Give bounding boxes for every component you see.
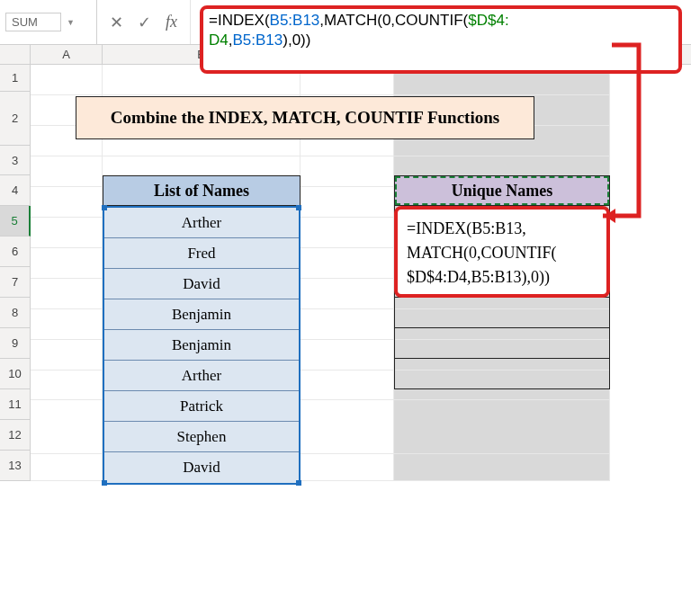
cell[interactable] — [394, 454, 610, 481]
row-header-8[interactable]: 8 — [0, 298, 30, 328]
name-box-dropdown-icon[interactable]: ▼ — [61, 18, 80, 27]
fx-icon[interactable]: fx — [166, 13, 177, 31]
names-header: List of Names — [103, 175, 301, 206]
cell[interactable] — [301, 454, 394, 481]
row-header-7[interactable]: 7 — [0, 267, 30, 298]
cell[interactable] — [31, 279, 103, 309]
unique-header-label: Unique Names — [452, 182, 553, 200]
row-header-6[interactable]: 6 — [0, 237, 30, 267]
cell[interactable] — [301, 400, 394, 454]
row-header-3[interactable]: 3 — [0, 146, 30, 175]
formula-bar-text[interactable]: =INDEX(B5:B13,MATCH(0,COUNTIF($D$4:D4,B5… — [200, 5, 682, 74]
page-title: Combine the INDEX, MATCH, COUNTIF Functi… — [76, 96, 534, 139]
row-header-4[interactable]: 4 — [0, 175, 30, 206]
list-item[interactable]: David — [104, 269, 299, 299]
row-header-11[interactable]: 11 — [0, 389, 30, 420]
row-header-1[interactable]: 1 — [0, 65, 30, 92]
row-header-5[interactable]: 5 — [0, 206, 31, 237]
cell[interactable] — [31, 309, 103, 340]
cell[interactable] — [31, 400, 103, 454]
row-header-9[interactable]: 9 — [0, 328, 30, 359]
select-all-corner[interactable] — [0, 45, 31, 64]
cell[interactable] — [31, 65, 103, 95]
enter-icon[interactable]: ✓ — [138, 13, 151, 32]
list-item[interactable]: Stephen — [104, 422, 299, 452]
range-handle-icon — [102, 205, 107, 210]
cell[interactable] — [301, 187, 394, 218]
cell[interactable] — [31, 218, 103, 248]
cell[interactable] — [301, 370, 394, 400]
list-item[interactable]: Fred — [104, 238, 299, 269]
row-header-10[interactable]: 10 — [0, 359, 30, 389]
range-handle-icon — [296, 480, 301, 486]
cell[interactable] — [301, 279, 394, 309]
row-headers: 12345678910111213 — [0, 65, 31, 481]
cell[interactable] — [301, 156, 394, 187]
list-item[interactable]: Benjamin — [104, 330, 299, 361]
active-cell-formula[interactable]: =INDEX(B5:B13,MATCH(0,COUNTIF($D$4:D4,B5… — [394, 206, 610, 298]
cell[interactable] — [31, 454, 103, 481]
formula-bar-buttons: ✕ ✓ fx — [97, 0, 191, 44]
unique-cell[interactable] — [395, 298, 609, 328]
name-box[interactable]: SUM — [5, 13, 61, 31]
cell[interactable] — [31, 187, 103, 218]
cell[interactable] — [301, 248, 394, 279]
row-header-2[interactable]: 2 — [0, 92, 30, 146]
names-body: ArtherFredDavidBenjaminBenjaminArtherPat… — [103, 206, 301, 485]
range-handle-icon — [102, 480, 107, 486]
cell[interactable] — [31, 370, 103, 400]
cell[interactable] — [301, 340, 394, 370]
cell[interactable] — [394, 400, 610, 454]
formula-bar[interactable]: =INDEX(B5:B13,MATCH(0,COUNTIF($D$4:D4,B5… — [191, 0, 691, 44]
unique-header: Unique Names — [394, 175, 610, 206]
cell[interactable] — [31, 156, 103, 187]
row-header-12[interactable]: 12 — [0, 420, 30, 451]
name-box-wrapper: SUM ▼ — [0, 0, 97, 44]
cell[interactable] — [31, 248, 103, 279]
row-header-13[interactable]: 13 — [0, 451, 30, 481]
unique-cell[interactable] — [395, 328, 609, 359]
unique-cell[interactable] — [395, 359, 609, 389]
list-item[interactable]: Patrick — [104, 391, 299, 422]
range-handle-icon — [296, 205, 301, 210]
cell[interactable] — [301, 309, 394, 340]
unique-table: Unique Names =INDEX(B5:B13,MATCH(0,COUNT… — [394, 175, 610, 389]
cells-area[interactable]: Combine the INDEX, MATCH, COUNTIF Functi… — [31, 65, 691, 481]
list-item[interactable]: Benjamin — [104, 299, 299, 330]
list-item[interactable]: David — [104, 452, 299, 483]
grid: 12345678910111213 Combine the INDEX, MAT… — [0, 65, 691, 481]
names-table: List of Names ArtherFredDavidBenjaminBen… — [103, 175, 301, 485]
formula-bar-area: SUM ▼ ✕ ✓ fx =INDEX(B5:B13,MATCH(0,COUNT… — [0, 0, 691, 45]
cell[interactable] — [31, 340, 103, 370]
cancel-icon[interactable]: ✕ — [110, 13, 123, 32]
list-item[interactable]: Arther — [104, 361, 299, 391]
cell[interactable] — [301, 218, 394, 248]
col-header-A[interactable]: A — [31, 45, 103, 64]
list-item[interactable]: Arther — [104, 208, 299, 238]
